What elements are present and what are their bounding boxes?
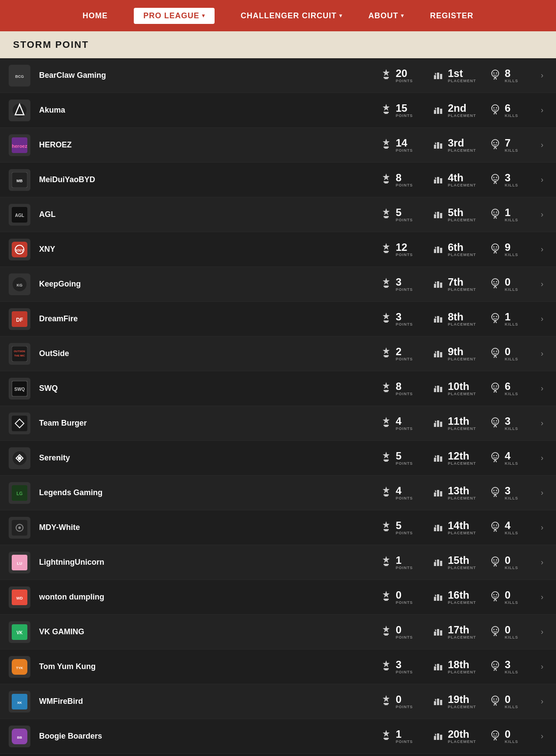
placement-stat: 16th PLACEMENT — [432, 590, 476, 605]
svg-rect-160 — [384, 494, 389, 496]
expand-button[interactable]: › — [537, 314, 547, 323]
team-row[interactable]: XNY XNY 12 POINTS — [0, 232, 556, 267]
expand-button[interactable]: › — [537, 210, 547, 219]
svg-rect-43 — [434, 180, 436, 183]
stats-group: 5 POINTS 14th PLACEMENT — [380, 520, 528, 535]
stats-group: 3 POINTS 18th PLACEMENT — [380, 659, 528, 674]
svg-point-154 — [493, 455, 495, 456]
svg-rect-32 — [440, 143, 442, 149]
nav-challenger-circuit[interactable]: CHALLENGER CIRCUIT ▾ — [241, 11, 342, 20]
nav-home[interactable]: HOME — [83, 11, 108, 20]
team-row[interactable]: BB Boogie Boarders 1 POINTS — [0, 719, 556, 754]
expand-button[interactable]: › — [537, 175, 547, 184]
svg-line-144 — [495, 425, 496, 427]
expand-button[interactable]: › — [537, 280, 547, 289]
team-name: SWQ — [39, 384, 380, 393]
svg-rect-132 — [12, 416, 27, 431]
placement-stat: 2nd PLACEMENT — [432, 103, 476, 118]
kills-label: KILLS — [505, 357, 518, 361]
expand-button[interactable]: › — [537, 349, 547, 358]
svg-marker-7 — [435, 73, 437, 75]
svg-line-157 — [495, 460, 496, 462]
team-row[interactable]: BCG BearClaw Gaming 20 POINTS — [0, 58, 556, 93]
svg-line-104 — [495, 320, 496, 323]
expand-button[interactable]: › — [537, 245, 547, 254]
team-row[interactable]: MB MeiDuiYaoBYD 8 POINTS — [0, 163, 556, 197]
placement-icon — [432, 242, 444, 257]
points-label: POINTS — [396, 357, 413, 361]
svg-line-51 — [495, 181, 496, 184]
team-row[interactable]: TYK Tom Yum Kung 3 POINTS — [0, 649, 556, 684]
placement-icon — [432, 138, 444, 153]
nav-pro-league[interactable]: PRO LEAGUE ▾ — [134, 8, 215, 24]
nav-register[interactable]: REGISTER — [430, 11, 473, 20]
svg-rect-174 — [384, 529, 389, 530]
team-row[interactable]: SWQ SWQ 8 POINTS — [0, 371, 556, 406]
points-stat: 3 POINTS — [380, 277, 419, 292]
svg-rect-44 — [437, 177, 439, 183]
expand-button[interactable]: › — [537, 593, 547, 602]
expand-button[interactable]: › — [537, 453, 547, 463]
placement-value: 1st — [448, 68, 463, 79]
svg-rect-176 — [434, 527, 436, 531]
expand-button[interactable]: › — [537, 488, 547, 497]
svg-marker-113 — [435, 351, 437, 353]
expand-button[interactable]: › — [537, 71, 547, 80]
placement-icon — [432, 625, 444, 639]
team-row[interactable]: WD wonton dumpling 0 POINTS — [0, 580, 556, 615]
team-row[interactable]: DF DreamFire 3 POINTS — [0, 302, 556, 336]
svg-rect-111 — [437, 351, 439, 357]
team-row[interactable]: XK WMFireBird 0 POINTS — [0, 684, 556, 719]
kills-stat: 0 KILLS — [489, 346, 528, 361]
expand-button[interactable]: › — [537, 558, 547, 567]
team-row[interactable]: Akuma 15 POINTS — [0, 93, 556, 128]
svg-rect-162 — [434, 493, 436, 496]
points-icon — [380, 416, 392, 431]
svg-line-262 — [495, 738, 496, 740]
svg-text:XK: XK — [17, 701, 22, 705]
team-row[interactable]: LG Legends Gaming 4 POINTS — [0, 476, 556, 510]
challenger-circuit-chevron-icon: ▾ — [339, 13, 342, 19]
team-row[interactable]: VK VK GAMING 0 POINTS — [0, 615, 556, 649]
expand-button[interactable]: › — [537, 419, 547, 428]
team-name: Akuma — [39, 106, 380, 115]
expand-button[interactable]: › — [537, 662, 547, 671]
team-row[interactable]: OUTSIDETHE MIC OutSide 2 POINTS — [0, 336, 556, 371]
points-stat: 2 POINTS — [380, 346, 419, 361]
team-row[interactable]: Team Burger 4 POINTS — [0, 406, 556, 441]
team-row[interactable]: heroez HEROEZ 14 POINTS — [0, 128, 556, 163]
expand-button[interactable]: › — [537, 697, 547, 706]
kills-icon — [489, 694, 501, 709]
expand-button[interactable]: › — [537, 732, 547, 741]
team-row[interactable]: Serenity 5 POINTS — [0, 441, 556, 476]
expand-button[interactable]: › — [537, 106, 547, 115]
svg-rect-217 — [440, 630, 442, 636]
placement-label: PLACEMENT — [448, 566, 476, 570]
nav-about[interactable]: ABOUT ▾ — [368, 11, 404, 20]
expand-button[interactable]: › — [537, 140, 547, 150]
svg-point-193 — [492, 557, 499, 564]
svg-text:LU: LU — [17, 561, 22, 566]
points-icon — [380, 173, 392, 187]
kills-icon — [489, 451, 501, 466]
team-row[interactable]: KG KeepGoing 3 POINTS — [0, 267, 556, 302]
placement-label: PLACEMENT — [448, 705, 476, 709]
svg-rect-69 — [384, 252, 388, 253]
points-stat: 1 POINTS — [380, 555, 419, 570]
points-stat: 3 POINTS — [380, 312, 419, 326]
stats-group: 8 POINTS 4th PLACEMENT — [380, 173, 528, 187]
expand-button[interactable]: › — [537, 384, 547, 393]
points-value: 1 — [396, 555, 401, 566]
points-label: POINTS — [396, 183, 413, 187]
placement-stat: 1st PLACEMENT — [432, 68, 476, 83]
expand-button[interactable]: › — [537, 523, 547, 532]
team-row[interactable]: LU LightningUnicorn 1 POINTS — [0, 545, 556, 580]
expand-button[interactable]: › — [537, 627, 547, 636]
team-row[interactable]: AGL AGL 5 POINTS — [0, 197, 556, 232]
points-label: POINTS — [396, 287, 413, 292]
svg-text:OUTSIDE: OUTSIDE — [14, 350, 26, 353]
svg-rect-109 — [384, 356, 388, 357]
stats-group: 2 POINTS 9th PLACEMENT — [380, 346, 528, 361]
team-row[interactable]: MDY-White 5 POINTS — [0, 510, 556, 545]
placement-stat: 15th PLACEMENT — [432, 555, 476, 570]
